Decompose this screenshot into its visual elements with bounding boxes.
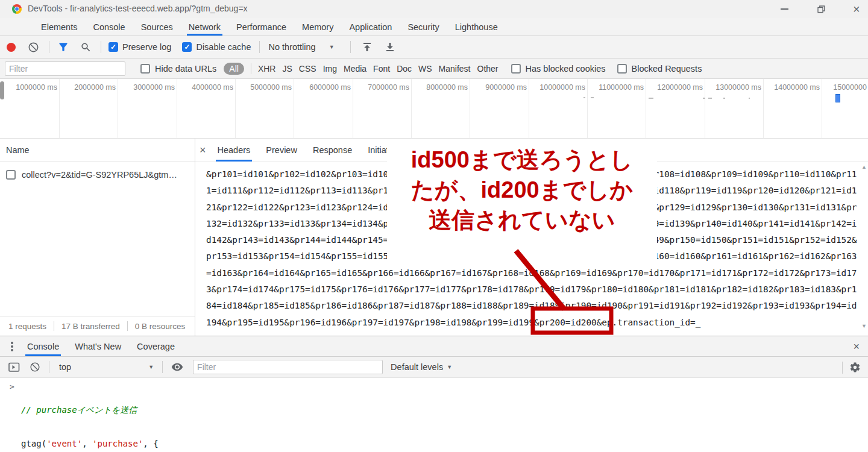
blocked-requests-checkbox[interactable]: ✓ xyxy=(617,64,627,74)
timeline-tick: 13000000 ms xyxy=(707,83,761,92)
tab-sources[interactable]: Sources xyxy=(133,18,181,36)
annotation-line: id500まで送ろうとし xyxy=(411,145,634,175)
devtools-window: DevTools - fir-analytics-test-eeecd.web.… xyxy=(0,0,868,452)
import-har-icon[interactable] xyxy=(362,42,373,52)
filter-type-doc[interactable]: Doc xyxy=(397,64,412,74)
filter-type-css[interactable]: CSS xyxy=(299,64,316,74)
console-input-echo: // purchaseイベントを送信 gtag('event', 'purcha… xyxy=(21,382,163,452)
drawer-menu-icon[interactable] xyxy=(11,345,13,348)
console-code-line: // purchaseイベントを送信 xyxy=(21,404,163,416)
console-toolbar: top ▼ Default levels ▼ xyxy=(0,357,868,378)
divider xyxy=(162,361,163,373)
divider xyxy=(49,41,49,53)
timeline-tick: 8000000 ms xyxy=(414,83,468,92)
main-tab-bar: Elements Console Sources Network Perform… xyxy=(0,18,868,36)
requests-header-row: Name xyxy=(0,139,195,162)
request-name: collect?v=2&tid=G-S92YRP65LJ&gtm… xyxy=(22,170,177,180)
network-overview-timeline[interactable]: 1000000 ms 2000000 ms 3000000 ms 4000000… xyxy=(0,79,868,139)
timeline-tick: 15000000 ms xyxy=(825,83,868,92)
tab-network[interactable]: Network xyxy=(181,18,228,36)
disable-cache-label: Disable cache xyxy=(196,42,251,52)
drawer-tab-whats-new[interactable]: What's New xyxy=(67,336,129,356)
requests-summary-bar: 1 requests 17 B transferred 0 B resource… xyxy=(0,316,195,336)
context-select[interactable]: top xyxy=(59,362,71,372)
tab-application[interactable]: Application xyxy=(341,18,400,36)
console-code-line: gtag('event', 'purchase', { xyxy=(21,438,163,450)
filter-type-manifest[interactable]: Manifest xyxy=(439,64,471,74)
timeline-tick: 7000000 ms xyxy=(355,83,409,92)
live-expression-eye-icon[interactable] xyxy=(171,361,183,373)
minimize-button[interactable] xyxy=(781,8,788,10)
timeline-tick: 2000000 ms xyxy=(61,83,116,92)
chevron-down-icon[interactable]: ▼ xyxy=(447,364,452,370)
divider xyxy=(259,41,260,53)
timeline-request-marker xyxy=(835,94,840,102)
request-row-checkbox[interactable]: ✓ xyxy=(6,170,16,180)
chevron-down-icon[interactable]: ▼ xyxy=(329,44,335,50)
has-blocked-cookies-checkbox[interactable]: ✓ xyxy=(511,64,521,74)
timeline-tick: 1000000 ms xyxy=(3,83,57,92)
log-levels-select[interactable]: Default levels xyxy=(391,362,443,372)
timeline-tick: 4000000 ms xyxy=(179,83,233,92)
record-button[interactable] xyxy=(7,43,16,52)
console-settings-gear-icon[interactable] xyxy=(849,362,861,373)
tab-console[interactable]: Console xyxy=(85,18,133,36)
window-title: DevTools - fir-analytics-test-eeecd.web.… xyxy=(28,4,248,13)
filter-type-other[interactable]: Other xyxy=(477,64,498,74)
request-row[interactable]: ✓ collect?v=2&tid=G-S92YRP65LJ&gtm… xyxy=(0,165,195,184)
preserve-log-checkbox[interactable]: ✓ xyxy=(108,42,118,52)
transferred-size: 17 B transferred xyxy=(61,322,120,331)
clear-console-icon[interactable] xyxy=(30,362,40,372)
close-details-icon[interactable]: × xyxy=(200,145,206,155)
throttling-select[interactable]: No throttling xyxy=(268,42,315,52)
network-filter-input[interactable] xyxy=(5,61,125,76)
hide-data-urls-checkbox[interactable]: ✓ xyxy=(140,64,150,74)
scroll-up-icon[interactable]: ▲ xyxy=(861,164,867,170)
clear-icon[interactable] xyxy=(28,42,39,53)
blocked-requests-label: Blocked Requests xyxy=(632,64,702,74)
filter-type-js[interactable]: JS xyxy=(282,64,292,74)
console-sidebar-toggle-icon[interactable] xyxy=(8,362,20,372)
has-blocked-cookies-label: Has blocked cookies xyxy=(526,64,606,74)
filter-type-media[interactable]: Media xyxy=(344,64,366,74)
filter-type-xhr[interactable]: XHR xyxy=(258,64,276,74)
filter-type-ws[interactable]: WS xyxy=(418,64,432,74)
filter-type-all[interactable]: All xyxy=(224,63,244,75)
tab-security[interactable]: Security xyxy=(400,18,447,36)
timeline-tick: 3000000 ms xyxy=(121,83,175,92)
timeline-tick: 5000000 ms xyxy=(237,83,292,92)
disable-cache-checkbox[interactable]: ✓ xyxy=(182,42,192,52)
export-har-icon[interactable] xyxy=(385,42,395,52)
tab-memory[interactable]: Memory xyxy=(294,18,341,36)
annotation-callout: id500まで送ろうとし たが、id200までしか 送信されていない xyxy=(387,142,657,266)
name-column-header[interactable]: Name xyxy=(6,145,30,155)
preserve-log-label: Preserve log xyxy=(122,42,171,52)
tab-elements[interactable]: Elements xyxy=(33,18,85,36)
timeline-tick: 9000000 ms xyxy=(473,83,527,92)
chevron-down-icon[interactable]: ▼ xyxy=(148,364,154,370)
close-drawer-icon[interactable]: × xyxy=(853,341,860,352)
restore-button[interactable] xyxy=(817,5,825,13)
divider xyxy=(101,41,101,53)
window-close-button[interactable]: × xyxy=(853,3,860,15)
title-bar: DevTools - fir-analytics-test-eeecd.web.… xyxy=(0,0,868,18)
tab-lighthouse[interactable]: Lighthouse xyxy=(447,18,506,36)
tab-headers[interactable]: Headers xyxy=(210,139,259,162)
scroll-down-icon[interactable]: ▼ xyxy=(861,323,867,329)
filter-funnel-icon[interactable] xyxy=(57,41,69,53)
timeline-tick: 11000000 ms xyxy=(590,83,644,92)
drawer-tab-console[interactable]: Console xyxy=(19,336,67,356)
console-filter-input[interactable] xyxy=(193,360,383,374)
timeline-tick: 10000000 ms xyxy=(531,83,585,92)
filter-type-font[interactable]: Font xyxy=(373,64,390,74)
drawer-tab-coverage[interactable]: Coverage xyxy=(129,336,183,356)
filter-type-img[interactable]: Img xyxy=(323,64,337,74)
timeline-tick: 12000000 ms xyxy=(649,83,703,92)
annotation-line: たが、id200までしか xyxy=(411,175,634,205)
tab-preview[interactable]: Preview xyxy=(258,139,305,162)
tab-performance[interactable]: Performance xyxy=(228,18,294,36)
timeline-tick: 6000000 ms xyxy=(297,83,351,92)
tab-response[interactable]: Response xyxy=(305,139,360,162)
search-icon[interactable] xyxy=(80,42,92,53)
chrome-logo-icon xyxy=(12,4,22,14)
